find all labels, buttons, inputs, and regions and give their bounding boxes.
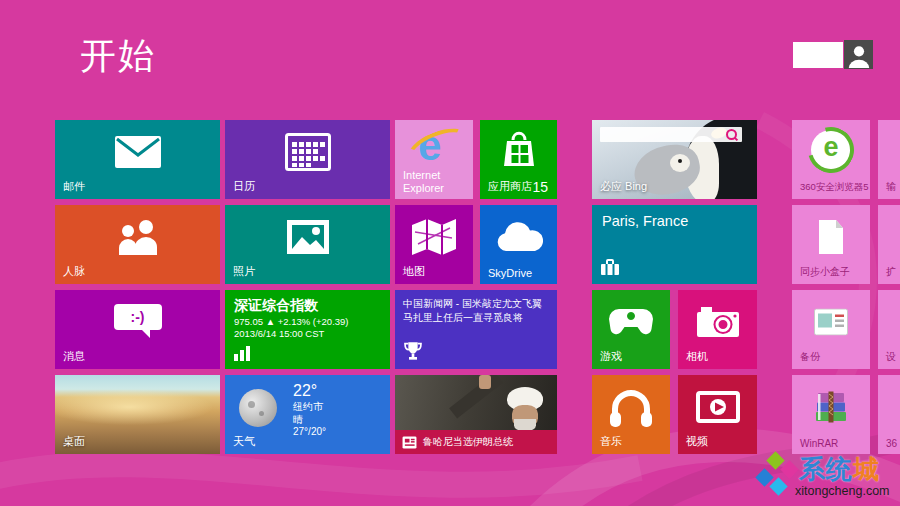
speech-bubble-icon: :-) bbox=[114, 304, 162, 330]
tile-label: 游戏 bbox=[600, 349, 622, 364]
ie-logo-icon: e bbox=[408, 126, 460, 170]
tile-calendar[interactable]: 日历 bbox=[225, 120, 390, 199]
tile-music[interactable]: 音乐 bbox=[592, 375, 670, 454]
news-caption: 鲁哈尼当选伊朗总统 bbox=[423, 435, 513, 449]
game-controller-icon bbox=[607, 307, 655, 337]
index-name: 深证综合指数 bbox=[234, 297, 318, 315]
tile-partial-row4[interactable]: 36 bbox=[878, 375, 900, 454]
site-name: 系统城 bbox=[799, 452, 880, 487]
tile-partial-row3[interactable]: 设 bbox=[878, 290, 900, 369]
tile-camera[interactable]: 相机 bbox=[678, 290, 757, 369]
news-caption-bar: 鲁哈尼当选伊朗总统 bbox=[395, 430, 557, 454]
tile-people[interactable]: 人脉 bbox=[55, 205, 220, 284]
site-watermark: 系统城 xitongcheng.com bbox=[755, 450, 900, 502]
calendar-icon bbox=[285, 133, 331, 171]
bar-chart-icon bbox=[234, 346, 250, 361]
desert-photo bbox=[55, 389, 220, 429]
360-browser-icon: e bbox=[811, 130, 851, 170]
site-url: xitongcheng.com bbox=[795, 484, 890, 498]
tile-internet-explorer[interactable]: e Internet Explorer bbox=[395, 120, 473, 199]
tile-label: 必应 Bing bbox=[600, 179, 647, 194]
tile-label: 同步小盒子 bbox=[800, 265, 850, 279]
newspaper-icon bbox=[402, 436, 417, 449]
tile-news[interactable]: 鲁哈尼当选伊朗总统 bbox=[395, 375, 557, 454]
tile-skydrive[interactable]: SkyDrive bbox=[480, 205, 557, 284]
current-temp: 22° bbox=[293, 381, 326, 401]
tile-label: 扩 bbox=[886, 265, 896, 279]
tile-maps[interactable]: 地图 bbox=[395, 205, 473, 284]
people-icon bbox=[115, 219, 161, 255]
tile-label: 输 bbox=[886, 180, 896, 194]
map-icon bbox=[410, 218, 458, 256]
tile-store[interactable]: 应用商店 15 bbox=[480, 120, 557, 199]
tile-partial-row2[interactable]: 扩 bbox=[878, 205, 900, 284]
person-icon bbox=[846, 43, 872, 69]
news-photo-figure bbox=[449, 375, 503, 418]
control-panel-icon bbox=[814, 308, 848, 335]
start-screen: 开始 邮件 人脉 :-) 消息 桌面 bbox=[0, 0, 900, 506]
headphones-icon bbox=[609, 387, 653, 427]
tile-label: 桌面 bbox=[63, 434, 85, 449]
mail-icon bbox=[115, 136, 161, 168]
winrar-icon bbox=[814, 390, 848, 424]
suitcase-icon bbox=[600, 259, 620, 276]
condition: 晴 bbox=[293, 414, 326, 427]
trophy-icon bbox=[403, 341, 423, 361]
tile-label: 视频 bbox=[686, 434, 708, 449]
cloud-icon bbox=[495, 221, 543, 253]
tile-label: 备份 bbox=[800, 350, 820, 364]
tile-label: 邮件 bbox=[63, 179, 85, 194]
tile-weather[interactable]: 22° 纽约市 晴 27°/20° 天气 bbox=[225, 375, 390, 454]
browser-letter: e bbox=[811, 132, 851, 163]
tile-games[interactable]: 游戏 bbox=[592, 290, 670, 369]
news-headline: 中国新闻网 - 国米敲定尤文飞翼 马扎里上任后一直寻觅良将 bbox=[403, 297, 551, 325]
tile-video[interactable]: 视频 bbox=[678, 375, 757, 454]
moon-icon bbox=[239, 389, 277, 427]
tile-partial-row1[interactable]: 输 bbox=[878, 120, 900, 199]
tile-label: 36 bbox=[886, 438, 897, 449]
tile-backup[interactable]: 备份 bbox=[792, 290, 870, 369]
quote-timestamp: 2013/6/14 15:00 CST bbox=[234, 328, 324, 339]
username-box[interactable] bbox=[793, 42, 843, 68]
tile-label: 360安全浏览器5 bbox=[800, 181, 869, 194]
tile-label: 照片 bbox=[233, 264, 255, 279]
logo-diamond-cyan bbox=[769, 477, 787, 495]
tile-desktop[interactable]: 桌面 bbox=[55, 375, 220, 454]
search-icon bbox=[726, 129, 737, 140]
tile-sync-box[interactable]: 同步小盒子 bbox=[792, 205, 870, 284]
tile-mail[interactable]: 邮件 bbox=[55, 120, 220, 199]
tile-label: 相机 bbox=[686, 349, 708, 364]
index-quote: 975.05 ▲ +2.13% (+20.39) bbox=[234, 316, 349, 327]
city-name: 纽约市 bbox=[293, 401, 326, 414]
tile-360-browser[interactable]: e 360安全浏览器5 bbox=[792, 120, 870, 199]
photos-icon bbox=[286, 219, 330, 255]
tile-sports-news[interactable]: 中国新闻网 - 国米敲定尤文飞翼 马扎里上任后一直寻觅良将 bbox=[395, 290, 557, 369]
tile-photos[interactable]: 照片 bbox=[225, 205, 390, 284]
user-avatar[interactable] bbox=[844, 40, 873, 69]
tile-label: 消息 bbox=[63, 349, 85, 364]
weather-info: 22° 纽约市 晴 27°/20° bbox=[293, 381, 326, 439]
tile-label: 应用商店 bbox=[488, 179, 532, 194]
tile-label: WinRAR bbox=[800, 438, 838, 449]
tile-label: 音乐 bbox=[600, 434, 622, 449]
tile-label: 人脉 bbox=[63, 264, 85, 279]
tile-label: 地图 bbox=[403, 264, 425, 279]
logo-diamond-magenta bbox=[780, 460, 798, 478]
tile-label: 日历 bbox=[233, 179, 255, 194]
tile-travel[interactable]: Paris, France bbox=[592, 205, 757, 284]
tile-winrar[interactable]: WinRAR bbox=[792, 375, 870, 454]
temp-range: 27°/20° bbox=[293, 426, 326, 439]
tile-finance[interactable]: 深证综合指数 975.05 ▲ +2.13% (+20.39) 2013/6/1… bbox=[225, 290, 390, 369]
tile-label: 设 bbox=[886, 350, 896, 364]
tile-messaging[interactable]: :-) 消息 bbox=[55, 290, 220, 369]
camera-icon bbox=[696, 306, 740, 338]
tile-label: SkyDrive bbox=[488, 267, 532, 279]
store-bag-icon bbox=[497, 130, 541, 174]
update-count-badge: 15 bbox=[532, 179, 548, 195]
travel-destination: Paris, France bbox=[602, 213, 688, 229]
tile-bing[interactable]: 必应 Bing bbox=[592, 120, 757, 199]
tile-label: 天气 bbox=[233, 434, 255, 449]
video-icon bbox=[695, 391, 741, 423]
bing-search-bar[interactable] bbox=[600, 127, 742, 142]
emoticon: :-) bbox=[131, 309, 145, 325]
